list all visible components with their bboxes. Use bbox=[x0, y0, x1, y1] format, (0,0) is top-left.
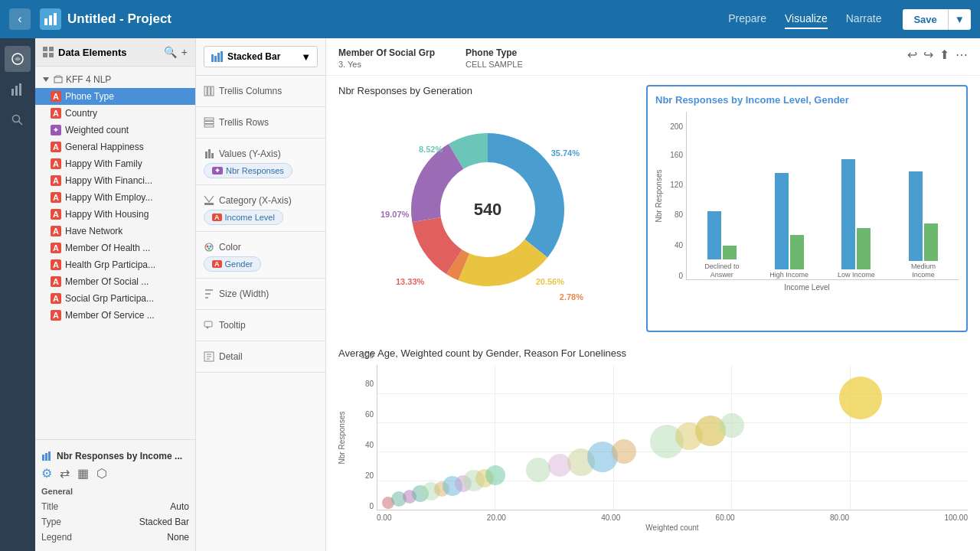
pie-chart-title: Nbr Responses by Generation bbox=[338, 85, 637, 96]
tab-prepare[interactable]: Prepare bbox=[728, 9, 766, 29]
viz-config-tab-person[interactable]: ⬡ bbox=[96, 466, 107, 481]
sidebar-icon-data[interactable] bbox=[5, 46, 31, 72]
header-field-2: Phone Type CELL SAMPLE bbox=[466, 47, 523, 69]
tree-item-4[interactable]: A Happy With Family bbox=[35, 155, 195, 172]
chart-type-selector[interactable]: Stacked Bar ▼ bbox=[204, 46, 318, 67]
svg-point-7 bbox=[13, 116, 20, 122]
config-option-detail[interactable]: Detail bbox=[204, 347, 318, 366]
more-button[interactable]: ⋯ bbox=[956, 47, 968, 62]
tree-item-icon-6: A bbox=[51, 192, 61, 203]
tree-item-label-7: Happy With Housing bbox=[65, 209, 149, 220]
header-field-1-label: Member Of Social Grp bbox=[338, 47, 435, 58]
viz-prop-type: Type Stacked Bar bbox=[35, 514, 195, 530]
svg-rect-20 bbox=[217, 53, 220, 62]
viz-config-tab-branch[interactable]: ⇄ bbox=[60, 466, 70, 481]
viz-config-tab-grid[interactable]: ▦ bbox=[77, 466, 89, 481]
pie-label-3: 2.78% bbox=[560, 292, 583, 302]
tree-item-9[interactable]: A Member Of Health ... bbox=[35, 240, 195, 256]
tree-item-10[interactable]: A Health Grp Participa... bbox=[35, 256, 195, 273]
bar-group-3-bars bbox=[909, 123, 938, 261]
tree-item-label-6: Happy With Employ... bbox=[65, 192, 152, 203]
bar-2-a bbox=[841, 159, 855, 269]
config-label-category-x: Category (X-Axis) bbox=[219, 195, 292, 206]
pie-labels-overlay: 35.74% 20.56% 2.78% 13.33% 19.07% 8.52% bbox=[388, 133, 587, 332]
config-option-trellis-rows[interactable]: Trellis Rows bbox=[204, 113, 318, 132]
bar-y-axis: Nbr Responses 0 40 80 120 160 200 bbox=[655, 112, 686, 280]
config-label-values-y: Values (Y-Axis) bbox=[219, 148, 281, 159]
viz-config-tab-gear[interactable]: ⚙ bbox=[41, 466, 52, 481]
y-tick-80: 80 bbox=[675, 210, 683, 219]
svg-rect-11 bbox=[43, 53, 47, 57]
svg-rect-30 bbox=[211, 153, 214, 158]
nav-tabs: Prepare Visualize Narrate bbox=[728, 9, 881, 29]
bar-group-0: Declined toAnswer bbox=[693, 122, 751, 279]
data-search-button[interactable]: 🔍 bbox=[164, 46, 177, 58]
tab-visualize[interactable]: Visualize bbox=[785, 9, 828, 29]
svg-rect-2 bbox=[54, 13, 57, 25]
bar-3-a bbox=[909, 171, 923, 261]
y-tick-200: 200 bbox=[670, 122, 683, 131]
undo-button[interactable]: ↩ bbox=[907, 47, 917, 62]
tree-item-3[interactable]: A General Happiness bbox=[35, 139, 195, 155]
data-tree: KFF 4 NLP A Phone Type A Country ✦ Weigh… bbox=[35, 67, 195, 439]
svg-rect-12 bbox=[49, 53, 54, 57]
tree-item-13[interactable]: A Member Of Service ... bbox=[35, 307, 195, 324]
svg-marker-40 bbox=[206, 327, 209, 329]
config-label-trellis-columns: Trellis Columns bbox=[219, 86, 282, 96]
viz-config-title: Nbr Responses by Income ... bbox=[35, 446, 195, 466]
svg-rect-27 bbox=[204, 125, 214, 127]
config-option-color[interactable]: Color bbox=[204, 238, 318, 256]
tree-item-8[interactable]: A Have Network bbox=[35, 223, 195, 240]
chart-type-dropdown-icon: ▼ bbox=[301, 51, 311, 63]
tree-item-12[interactable]: A Social Grp Participa... bbox=[35, 290, 195, 307]
tree-item-2[interactable]: ✦ Weighted count bbox=[35, 122, 195, 139]
chip-income-level[interactable]: A Income Level bbox=[204, 210, 283, 225]
save-button[interactable]: Save bbox=[903, 9, 947, 30]
config-option-tooltip[interactable]: Tooltip bbox=[204, 316, 318, 334]
tree-item-icon-12: A bbox=[51, 293, 61, 304]
config-option-values-y[interactable]: Values (Y-Axis) bbox=[204, 145, 318, 163]
chip-gender[interactable]: A Gender bbox=[204, 256, 261, 272]
tree-item-11[interactable]: A Member Of Social ... bbox=[35, 273, 195, 290]
tree-item-7[interactable]: A Happy With Housing bbox=[35, 206, 195, 223]
header-field-2-label: Phone Type bbox=[466, 47, 523, 58]
tree-item-icon-2: ✦ bbox=[51, 125, 61, 135]
share-button[interactable]: ⬆ bbox=[939, 47, 949, 62]
svg-rect-22 bbox=[204, 86, 207, 96]
data-add-button[interactable]: + bbox=[181, 46, 188, 58]
tree-item-label-9: Member Of Health ... bbox=[65, 243, 150, 253]
tree-item-6[interactable]: A Happy With Employ... bbox=[35, 189, 195, 206]
tab-narrate[interactable]: Narrate bbox=[846, 9, 882, 29]
bar-groups: Declined toAnswer High Income bbox=[686, 112, 959, 280]
chip-nbr-responses[interactable]: ✦ Nbr Responses bbox=[204, 163, 292, 178]
bubble-10 bbox=[485, 465, 505, 485]
chart-config-panel: Stacked Bar ▼ Trellis Columns Trellis Ro… bbox=[196, 38, 326, 551]
config-label-trellis-rows: Trellis Rows bbox=[219, 117, 269, 128]
sidebar-icon-chart[interactable] bbox=[5, 77, 31, 103]
sidebar-icon-search[interactable] bbox=[5, 107, 31, 133]
tree-item-5[interactable]: A Happy With Financi... bbox=[35, 172, 195, 189]
bar-2-b bbox=[857, 228, 871, 269]
svg-point-35 bbox=[208, 248, 211, 250]
save-dropdown-button[interactable]: ▼ bbox=[948, 9, 971, 30]
tree-item-label-0: Phone Type bbox=[65, 91, 114, 102]
svg-rect-17 bbox=[48, 452, 51, 461]
tree-item-icon-9: A bbox=[51, 243, 61, 253]
tree-item-1[interactable]: A Country bbox=[35, 105, 195, 122]
config-option-trellis-columns[interactable]: Trellis Columns bbox=[204, 82, 318, 100]
bar-1-a bbox=[775, 173, 789, 269]
redo-button[interactable]: ↪ bbox=[923, 47, 933, 62]
config-option-size[interactable]: Size (Width) bbox=[204, 285, 318, 303]
svg-rect-5 bbox=[15, 86, 18, 96]
tree-item-label-10: Health Grp Participa... bbox=[65, 259, 155, 270]
svg-rect-10 bbox=[49, 47, 54, 51]
config-label-size: Size (Width) bbox=[219, 289, 269, 299]
tree-item-0[interactable]: A Phone Type bbox=[35, 88, 195, 105]
config-option-category-x[interactable]: Category (X-Axis) bbox=[204, 191, 318, 210]
bar-x-label: Income Level bbox=[655, 283, 959, 292]
tree-group-header[interactable]: KFF 4 NLP bbox=[35, 71, 195, 88]
tree-item-label-4: Happy With Family bbox=[65, 158, 142, 169]
config-label-detail: Detail bbox=[219, 351, 243, 362]
scatter-y-100: 100 bbox=[361, 351, 374, 360]
back-button[interactable]: ‹ bbox=[9, 8, 31, 30]
